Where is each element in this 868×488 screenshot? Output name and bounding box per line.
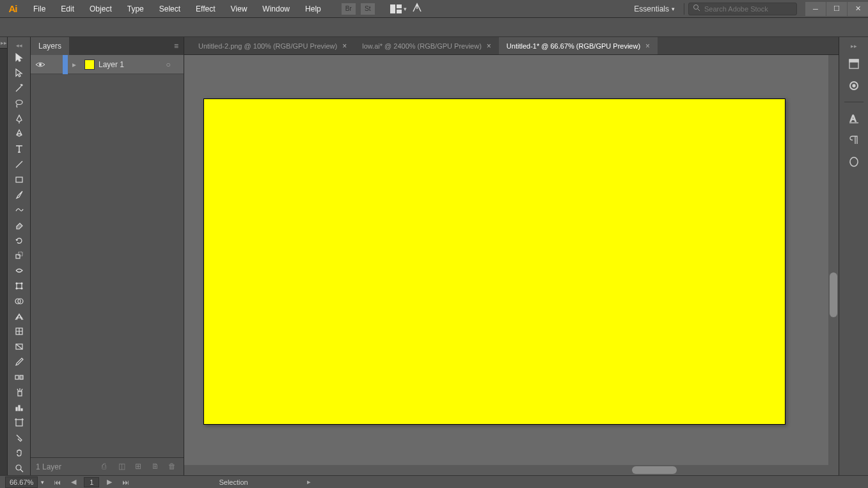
rectangle-tool[interactable] <box>10 173 28 187</box>
new-layer-icon[interactable]: 🗎 <box>152 462 162 472</box>
next-artboard-icon[interactable]: ▶ <box>104 478 114 486</box>
search-input[interactable] <box>704 5 793 13</box>
artboard-tool[interactable] <box>10 416 28 430</box>
last-artboard-icon[interactable]: ⏭ <box>120 478 132 486</box>
blend-tool[interactable] <box>10 370 28 384</box>
magic-wand-tool[interactable] <box>10 81 28 95</box>
pencil-tool[interactable] <box>10 203 28 217</box>
arrange-documents-icon[interactable]: ▾ <box>390 4 407 13</box>
locate-object-icon[interactable]: ⎙ <box>102 462 112 472</box>
menu-select[interactable]: Select <box>152 1 188 17</box>
menu-object[interactable]: Object <box>82 1 120 17</box>
menu-type[interactable]: Type <box>120 1 152 17</box>
search-stock[interactable] <box>688 3 797 15</box>
artboard-number[interactable]: 1 <box>84 477 99 487</box>
visibility-toggle[interactable] <box>31 61 50 68</box>
close-icon[interactable]: × <box>645 42 650 51</box>
canvas-viewport[interactable] <box>184 55 839 475</box>
artboard[interactable] <box>203 98 785 425</box>
status-menu-icon[interactable]: ▸ <box>304 478 313 486</box>
eyedropper-tool[interactable] <box>10 355 28 369</box>
doc-tab-1[interactable]: low.ai* @ 2400% (RGB/GPU Preview) × <box>354 37 499 54</box>
eraser-tool[interactable] <box>10 218 28 232</box>
bridge-icon[interactable]: Br <box>342 3 356 15</box>
line-tool[interactable] <box>10 157 28 171</box>
right-dock: ▸▸ A <box>839 37 868 475</box>
prev-artboard-icon[interactable]: ◀ <box>68 478 79 486</box>
lasso-tool[interactable] <box>10 97 28 111</box>
maximize-button[interactable]: ☐ <box>826 2 847 16</box>
gpu-icon[interactable] <box>412 3 422 15</box>
svg-rect-11 <box>17 283 22 288</box>
perspective-grid-tool[interactable] <box>10 310 28 324</box>
slice-tool[interactable] <box>10 431 28 445</box>
panel-menu-icon[interactable]: ≡ <box>169 42 184 51</box>
scroll-thumb[interactable] <box>830 272 837 317</box>
zoom-value[interactable]: 66.67% <box>5 476 38 488</box>
dock-expand-icon[interactable]: ▸▸ <box>0 37 7 49</box>
svg-rect-22 <box>18 391 22 396</box>
hand-tool[interactable] <box>10 446 28 460</box>
svg-rect-24 <box>19 405 20 411</box>
create-sublayer-icon[interactable]: ⊞ <box>135 462 145 472</box>
delete-layer-icon[interactable]: 🗑 <box>168 462 178 472</box>
menu-help[interactable]: Help <box>297 1 329 17</box>
minimize-button[interactable]: ─ <box>805 2 826 16</box>
menu-file[interactable]: File <box>26 1 53 17</box>
layers-tab[interactable]: Layers <box>31 37 69 55</box>
main-area: ▸▸ ◂◂ Layers ≡ <box>0 37 868 475</box>
selection-tool[interactable] <box>10 51 28 65</box>
workspace-switcher[interactable]: Essentials ▾ <box>629 2 680 16</box>
rotate-tool[interactable] <box>10 233 28 248</box>
libraries-panel-icon[interactable] <box>844 77 864 94</box>
gradient-tool[interactable] <box>10 340 28 354</box>
menu-window[interactable]: Window <box>255 1 297 17</box>
paragraph-panel-icon[interactable] <box>844 132 864 148</box>
workspace-label: Essentials <box>634 4 669 13</box>
chevron-down-icon[interactable]: ▾ <box>39 479 46 485</box>
layers-footer: 1 Layer ⎙ ◫ ⊞ 🗎 🗑 <box>31 457 184 475</box>
doc-tab-0[interactable]: Untitled-2.png @ 100% (RGB/GPU Preview) … <box>191 37 354 54</box>
zoom-control[interactable]: 66.67% ▾ <box>5 476 46 488</box>
close-icon[interactable]: × <box>342 42 347 51</box>
doc-tab-2[interactable]: Untitled-1* @ 66.67% (RGB/GPU Preview) × <box>499 37 658 54</box>
mesh-tool[interactable] <box>10 324 28 338</box>
vertical-scrollbar[interactable] <box>828 55 839 475</box>
column-graph-tool[interactable] <box>10 400 28 414</box>
width-tool[interactable] <box>10 264 28 278</box>
make-clipping-mask-icon[interactable]: ◫ <box>118 462 129 472</box>
first-artboard-icon[interactable]: ⏮ <box>51 478 63 486</box>
character-panel-icon[interactable]: A <box>844 110 864 127</box>
menu-effect[interactable]: Effect <box>188 1 223 17</box>
app-logo: Ai <box>0 0 26 18</box>
properties-panel-icon[interactable] <box>844 56 864 72</box>
close-button[interactable]: ✕ <box>848 2 868 16</box>
control-bar <box>0 18 868 37</box>
opentype-panel-icon[interactable] <box>844 153 864 170</box>
menu-items: File Edit Object Type Select Effect View… <box>26 1 329 17</box>
free-transform-tool[interactable] <box>10 279 28 293</box>
layer-expand-icon[interactable]: ▸ <box>68 60 81 69</box>
layer-row[interactable]: ▸ Layer 1 ○ <box>31 55 184 74</box>
dock-collapse-icon[interactable]: ▸▸ <box>839 41 868 51</box>
panel-tabs: Layers ≡ <box>31 37 184 55</box>
svg-point-5 <box>21 84 22 86</box>
scale-tool[interactable] <box>10 249 28 263</box>
stock-icon[interactable]: St <box>361 3 375 15</box>
layer-target-icon[interactable]: ○ <box>161 60 176 69</box>
scroll-thumb[interactable] <box>632 466 677 474</box>
direct-selection-tool[interactable] <box>10 66 28 80</box>
layer-name[interactable]: Layer 1 <box>99 60 161 69</box>
shape-builder-tool[interactable] <box>10 294 28 308</box>
close-icon[interactable]: × <box>487 42 491 51</box>
toolbox-collapse-icon[interactable]: ◂◂ <box>8 41 30 50</box>
paintbrush-tool[interactable] <box>10 188 28 202</box>
menu-view[interactable]: View <box>223 1 255 17</box>
menu-edit[interactable]: Edit <box>53 1 82 17</box>
horizontal-scrollbar[interactable] <box>184 465 828 475</box>
symbol-sprayer-tool[interactable] <box>10 385 28 399</box>
zoom-tool[interactable] <box>10 461 28 475</box>
pen-tool[interactable] <box>10 112 28 126</box>
curvature-tool[interactable] <box>10 127 28 141</box>
type-tool[interactable] <box>10 142 28 156</box>
